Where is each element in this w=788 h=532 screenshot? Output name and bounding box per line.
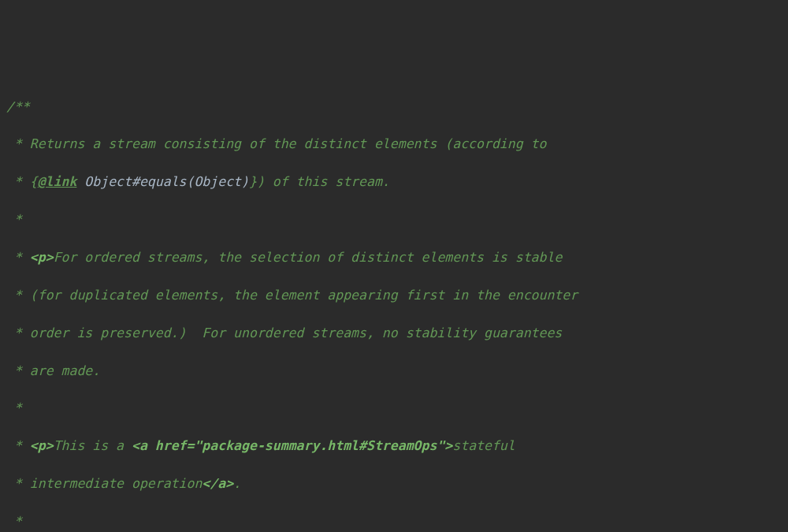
javadoc-ref: Object#equals( — [84, 174, 194, 189]
javadoc-text: * { — [6, 174, 38, 189]
javadoc-text: For ordered streams, the selection of di… — [54, 250, 563, 265]
javadoc-text: . — [233, 476, 241, 491]
javadoc-text: * — [6, 212, 22, 227]
javadoc-text: * — [6, 250, 30, 265]
javadoc-text: * intermediate operation — [6, 476, 202, 491]
javadoc-text: * — [6, 400, 22, 415]
javadoc-open: /** — [6, 99, 30, 114]
javadoc-html-a-open: <a href="package-summary.html#StreamOps"… — [132, 438, 452, 453]
javadoc-text: * — [6, 514, 22, 529]
javadoc-html-p: <p> — [30, 438, 54, 453]
javadoc-ref: ) — [241, 174, 249, 189]
javadoc-tag-link: @link — [38, 174, 77, 189]
javadoc-html-p: <p> — [30, 250, 54, 265]
javadoc-text: * Returns a stream consisting of the dis… — [6, 136, 546, 151]
javadoc-text: * (for duplicated elements, the element … — [6, 288, 578, 303]
javadoc-text: * are made. — [6, 363, 100, 378]
javadoc-text: This is a — [54, 438, 132, 453]
javadoc-text: * order is preserved.) For unordered str… — [6, 326, 562, 340]
javadoc-ref-param: Object — [194, 174, 241, 189]
javadoc-html-a-close: </a> — [202, 476, 233, 491]
space — [76, 174, 84, 189]
javadoc-text: }) of this stream. — [249, 174, 390, 189]
javadoc-text: stateful — [452, 438, 515, 453]
code-editor[interactable]: /** * Returns a stream consisting of the… — [6, 79, 788, 532]
javadoc-text: * — [6, 438, 30, 453]
